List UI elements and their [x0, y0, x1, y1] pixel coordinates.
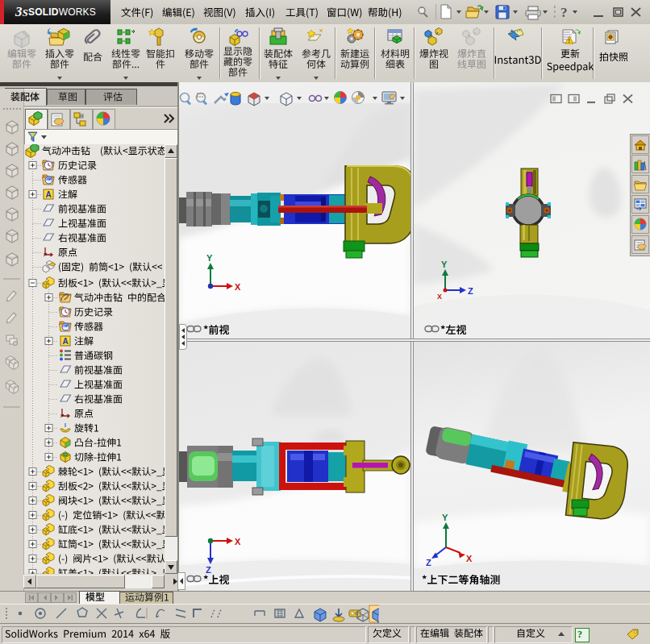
svg-text:X: X — [235, 537, 241, 546]
svg-text:3S: 3S — [15, 4, 28, 19]
svg-text:Y: Y — [441, 260, 448, 269]
svg-text:Z: Z — [468, 286, 473, 296]
svg-text:Z: Z — [206, 565, 211, 575]
svg-text:Z: Z — [426, 558, 431, 567]
svg-text:Y: Y — [206, 253, 213, 263]
svg-text:X: X — [437, 293, 442, 301]
svg-text:SOLIDWORKS: SOLIDWORKS — [28, 6, 96, 18]
svg-text:!: ! — [569, 38, 570, 44]
svg-text:X: X — [466, 554, 473, 563]
svg-text:Y: Y — [442, 513, 448, 522]
svg-text:X: X — [235, 282, 241, 292]
svg-text:?: ? — [560, 5, 568, 20]
